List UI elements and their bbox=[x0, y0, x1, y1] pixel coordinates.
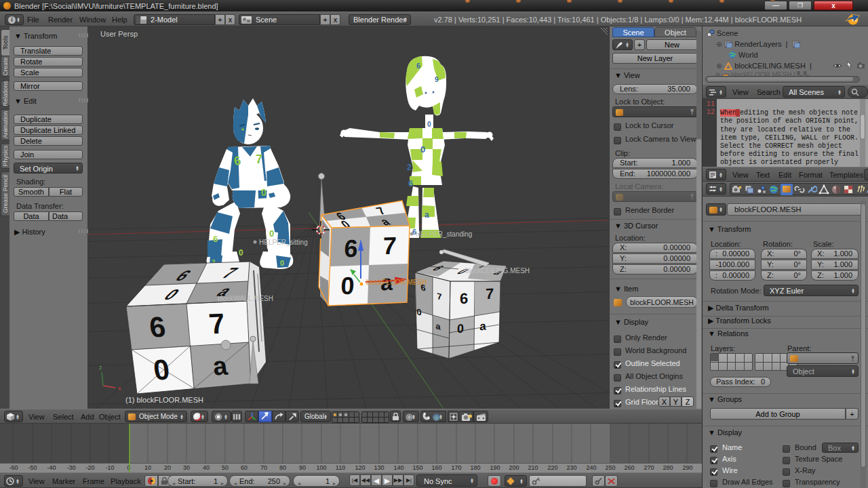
svg-text:7: 7 bbox=[437, 291, 442, 302]
svg-text:a: a bbox=[435, 321, 441, 332]
svg-text:0: 0 bbox=[261, 187, 267, 198]
svg-text:User Persp: User Persp bbox=[100, 30, 138, 38]
svg-text:7: 7 bbox=[382, 232, 397, 260]
svg-text:9: 9 bbox=[435, 76, 439, 83]
svg-text:0: 0 bbox=[427, 121, 431, 128]
svg-text:HELPER_standing: HELPER_standing bbox=[416, 230, 472, 238]
svg-text:0: 0 bbox=[420, 144, 425, 155]
svg-text:6: 6 bbox=[416, 62, 420, 70]
svg-text:0: 0 bbox=[239, 248, 243, 258]
svg-text:7: 7 bbox=[256, 152, 262, 166]
svg-text:0: 0 bbox=[269, 228, 274, 239]
svg-text:blockCEILING.MESH: blockCEILING.MESH bbox=[465, 267, 530, 274]
svg-text:HELPER_sitting: HELPER_sitting bbox=[259, 239, 308, 246]
svg-text:7: 7 bbox=[486, 285, 494, 303]
svg-text:a: a bbox=[425, 210, 429, 220]
svg-text:6: 6 bbox=[408, 178, 413, 188]
svg-text:(1) blockFLOOR.MESH: (1) blockFLOOR.MESH bbox=[125, 396, 203, 404]
svg-text:6: 6 bbox=[213, 234, 218, 244]
svg-text:blockWALL.MESH: blockWALL.MESH bbox=[218, 295, 273, 302]
svg-text:z: z bbox=[99, 364, 102, 371]
svg-text:0: 0 bbox=[280, 259, 284, 267]
svg-text:0: 0 bbox=[457, 321, 464, 336]
svg-text:2: 2 bbox=[407, 163, 412, 172]
svg-text:0: 0 bbox=[416, 306, 422, 318]
svg-text:0: 0 bbox=[340, 272, 355, 300]
svg-text:a: a bbox=[479, 319, 486, 333]
svg-text:6: 6 bbox=[460, 290, 468, 308]
svg-text:6: 6 bbox=[344, 235, 359, 262]
svg-text:blockFLOOR.MESH: blockFLOOR.MESH bbox=[366, 279, 427, 286]
svg-text:x: x bbox=[118, 385, 121, 392]
